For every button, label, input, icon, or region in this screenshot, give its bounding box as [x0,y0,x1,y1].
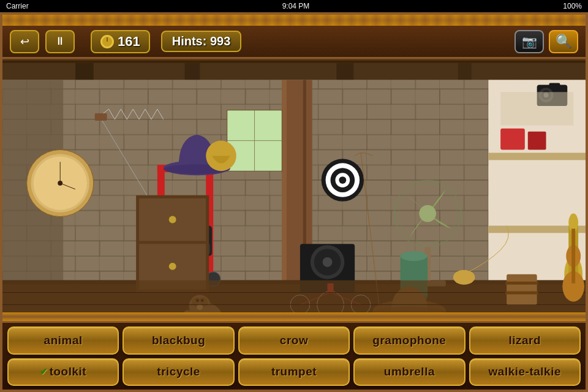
battery-label: 100% [563,2,582,10]
scene-area[interactable] [2,59,586,312]
word-btn-tricycle[interactable]: tricycle [123,358,234,386]
word-btn-crow[interactable]: crow [238,326,350,355]
pause-button[interactable]: ⏸ [45,30,75,53]
word-btn-umbrella[interactable]: umbrella [353,358,465,386]
status-bar: Carrier 9:04 PM 100% [0,0,588,12]
top-ornate-border [2,15,586,26]
svg-rect-119 [505,282,538,285]
svg-point-91 [339,176,346,184]
hints-display: Hints: 993 [161,31,242,52]
svg-rect-9 [2,61,586,63]
svg-rect-40 [95,113,107,121]
time-label: 9:04 PM [282,2,310,10]
word-btn-walkie-talkie[interactable]: walkie-talkie [469,358,581,386]
game-frame: ↩ ⏸ 161 Hints: 993 📷 🔍 [0,12,588,392]
svg-rect-120 [505,292,538,295]
svg-point-39 [58,181,62,186]
svg-rect-21 [282,80,287,312]
svg-rect-104 [500,92,573,126]
word-btn-toolkit[interactable]: ✔ toolkit [7,358,119,386]
word-btn-lizard[interactable]: lizard [469,326,581,355]
word-grid: animal blackbug crow gramophone lizard ✔… [2,321,586,390]
right-controls: 📷 🔍 [514,30,578,53]
controls-bar: ↩ ⏸ 161 Hints: 993 📷 🔍 [2,26,586,59]
word-btn-trumpet[interactable]: trumpet [238,358,350,386]
carrier-label: Carrier [6,2,29,10]
svg-point-123 [453,270,475,285]
search-button[interactable]: 🔍 [549,30,578,53]
word-btn-blackbug[interactable]: blackbug [123,326,234,355]
timer-value: 161 [118,34,140,50]
svg-rect-118 [507,274,537,305]
svg-rect-101 [549,83,560,89]
svg-rect-103 [528,132,546,150]
svg-rect-126 [571,228,575,283]
timer-display: 161 [91,30,150,53]
svg-point-66 [419,205,436,222]
word-btn-gramophone[interactable]: gramophone [353,326,465,355]
svg-rect-30 [488,153,586,160]
camera-button[interactable]: 📷 [514,30,544,53]
svg-rect-27 [227,110,282,171]
back-button[interactable]: ↩ [10,30,39,53]
bottom-ornate-border [2,312,586,321]
svg-point-63 [323,257,333,267]
svg-point-58 [169,216,176,224]
toolkit-checkmark: ✔ [40,366,48,377]
svg-point-59 [169,263,176,270]
app: Carrier 9:04 PM 100% ↩ ⏸ 161 Hints: 993 … [0,0,588,392]
svg-point-93 [401,251,428,261]
word-btn-animal[interactable]: animal [7,326,119,355]
clock-icon [100,35,114,48]
svg-rect-102 [500,129,525,150]
svg-rect-112 [2,281,586,312]
